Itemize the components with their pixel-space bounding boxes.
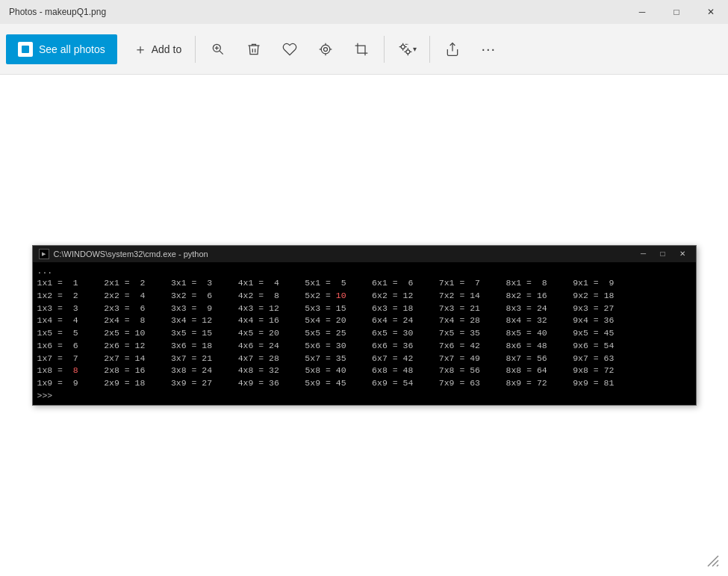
crop-button[interactable] xyxy=(345,33,378,66)
cmd-line-3: 1x3 = 3 2x3 = 6 3x3 = 9 4x3 = 12 5x3 = 1… xyxy=(37,303,691,315)
delete-button[interactable] xyxy=(237,33,270,66)
close-button[interactable]: ✕ xyxy=(694,0,728,24)
svg-point-5 xyxy=(324,47,328,51)
window-title: Photos - makeupQ1.png xyxy=(9,7,106,17)
see-all-photos-button[interactable]: See all photos xyxy=(6,34,117,64)
cmd-controls: ─ □ ✕ xyxy=(636,249,690,259)
edit-button[interactable] xyxy=(309,33,342,66)
resize-icon xyxy=(706,554,720,568)
svg-line-1 xyxy=(220,51,223,55)
adjust-button[interactable]: ▾ xyxy=(391,33,423,66)
toolbar-separator-1 xyxy=(195,36,196,63)
title-bar: Photos - makeupQ1.png ─ □ ✕ xyxy=(0,0,728,24)
cmd-prompt: >>> xyxy=(37,390,691,403)
cmd-title-text: C:\WINDOWS\system32\cmd.exe - python xyxy=(54,250,208,258)
svg-line-16 xyxy=(717,565,718,566)
zoom-icon xyxy=(211,42,225,57)
resize-handle[interactable] xyxy=(706,554,721,569)
cmd-window: C:\WINDOWS\system32\cmd.exe - python ─ □… xyxy=(32,245,697,406)
share-button[interactable] xyxy=(436,33,469,66)
more-button[interactable]: ··· xyxy=(472,33,505,66)
svg-point-11 xyxy=(406,49,410,53)
window-controls: ─ □ ✕ xyxy=(625,0,728,24)
svg-point-4 xyxy=(321,45,330,54)
cmd-body: ... 1x1 = 1 2x1 = 2 3x1 = 3 4x1 = 4 5x1 … xyxy=(33,262,696,405)
heart-icon xyxy=(282,42,297,57)
add-to-label: Add to xyxy=(152,43,181,55)
plus-icon: ＋ xyxy=(134,40,147,58)
cmd-line-dots: ... xyxy=(37,265,691,278)
cmd-maximize-btn[interactable]: □ xyxy=(656,249,671,259)
cmd-title-left: C:\WINDOWS\system32\cmd.exe - python xyxy=(39,249,208,259)
toolbar-separator-2 xyxy=(384,36,385,63)
cmd-line-6: 1x6 = 6 2x6 = 12 3x6 = 18 4x6 = 24 5x6 =… xyxy=(37,340,691,353)
delete-icon xyxy=(246,42,261,57)
more-icon: ··· xyxy=(481,40,496,58)
share-icon xyxy=(445,42,460,57)
maximize-button[interactable]: □ xyxy=(659,0,694,24)
zoom-button[interactable] xyxy=(202,33,234,66)
see-all-photos-label: See all photos xyxy=(39,43,105,55)
cmd-close-btn[interactable]: ✕ xyxy=(675,249,690,259)
adjust-arrow: ▾ xyxy=(413,45,417,53)
cmd-line-2: 1x2 = 2 2x2 = 4 3x2 = 6 4x2 = 8 5x2 = 10… xyxy=(37,290,691,303)
photos-icon xyxy=(18,42,33,57)
cmd-line-4: 1x4 = 4 2x4 = 8 3x4 = 12 4x4 = 16 5x4 = … xyxy=(37,315,691,327)
cmd-minimize-btn[interactable]: ─ xyxy=(636,249,651,259)
cmd-line-1: 1x1 = 1 2x1 = 2 3x1 = 3 4x1 = 4 5x1 = 5 … xyxy=(37,277,691,290)
cmd-title-bar: C:\WINDOWS\system32\cmd.exe - python ─ □… xyxy=(33,246,696,262)
toolbar: See all photos ＋ Add to xyxy=(0,24,728,75)
cmd-line-8: 1x8 = 8 2x8 = 16 3x8 = 24 4x8 = 32 5x8 =… xyxy=(37,365,691,377)
cmd-app-icon xyxy=(39,249,49,259)
cmd-line-7: 1x7 = 7 2x7 = 14 3x7 = 21 4x7 = 28 5x7 =… xyxy=(37,353,691,365)
adjust-icon xyxy=(398,42,413,57)
svg-point-10 xyxy=(401,45,405,49)
add-to-button[interactable]: ＋ Add to xyxy=(126,33,189,66)
edit-icon xyxy=(318,42,333,57)
main-content: C:\WINDOWS\system32\cmd.exe - python ─ □… xyxy=(0,75,728,576)
cmd-line-5: 1x5 = 5 2x5 = 10 3x5 = 15 4x5 = 20 5x5 =… xyxy=(37,327,691,340)
cmd-line-9: 1x9 = 9 2x9 = 18 3x9 = 27 4x9 = 36 5x9 =… xyxy=(37,377,691,390)
favorite-button[interactable] xyxy=(273,33,306,66)
toolbar-separator-3 xyxy=(429,36,430,63)
minimize-button[interactable]: ─ xyxy=(625,0,659,24)
svg-line-14 xyxy=(708,556,718,566)
crop-icon xyxy=(354,42,369,57)
